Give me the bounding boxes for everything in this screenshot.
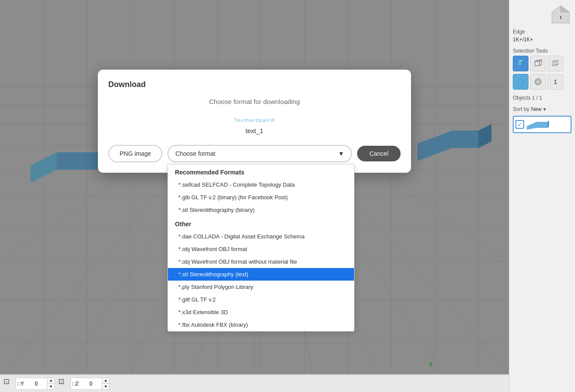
object-checkbox[interactable]: ✓ <box>515 120 524 129</box>
selection-tools-label: Selection Tools <box>513 48 572 54</box>
3d-viewport[interactable]: Download Choose format for downloading T… <box>0 0 509 392</box>
recommended-header: Recommended Formats <box>168 164 354 178</box>
dropdown-item-obj[interactable]: *.obj Wavefront OBJ format <box>168 243 354 255</box>
outline-cube-tool-button[interactable] <box>530 56 546 71</box>
dialog-actions: PNG image Choose format ▼ Recommended Fo… <box>108 145 401 162</box>
sort-row: Sort by New ▾ <box>513 106 572 112</box>
svg-text:Z: Z <box>60 380 63 384</box>
y-coord-group: Y □Y ▲ ▼ <box>3 378 55 390</box>
selection-tools-section: Selection Tools <box>513 48 572 90</box>
svg-text:Y: Y <box>6 380 8 384</box>
svg-point-55 <box>537 79 539 85</box>
preview-3d-text: Texthardpair® <box>234 117 276 123</box>
y-label: □Y <box>16 381 25 387</box>
chevron-down-icon: ▼ <box>338 150 344 157</box>
y-spinners: ▲ ▼ <box>47 378 54 389</box>
dropdown-item-stl-text[interactable]: *.stl Stereolithography (text) <box>168 268 354 281</box>
format-select-trigger[interactable]: Choose format ▼ <box>167 145 352 162</box>
z-down-spinner[interactable]: ▼ <box>102 384 109 389</box>
objects-count-label: Objects 1 / 1 <box>513 95 572 101</box>
bottom-bar: Y □Y ▲ ▼ Z □Z <box>0 375 509 392</box>
preview-image: Texthardpair® <box>234 116 275 124</box>
object-name-label: text_1 <box>246 127 264 134</box>
y-down-spinner[interactable]: ▼ <box>47 384 54 389</box>
svg-point-52 <box>518 79 524 85</box>
y-coord-input-wrap: □Y ▲ ▼ <box>16 378 55 390</box>
right-panel: ⬆ Edge 1K+/1K+ Selection Tools <box>509 0 575 392</box>
sort-by-label: Sort by <box>513 106 529 112</box>
svg-point-54 <box>535 80 541 83</box>
number-one-tool-button[interactable]: 1 <box>548 74 563 90</box>
y-up-spinner[interactable]: ▲ <box>47 378 54 384</box>
other-header: Other <box>168 216 354 230</box>
svg-rect-43 <box>535 61 539 66</box>
z-label: □Z <box>71 381 80 387</box>
dropdown-item-stl-binary[interactable]: *.stl Stereolithography (binary) <box>168 204 354 216</box>
dropdown-item-dae[interactable]: *.dae COLLADA - Digital Asset Exchange S… <box>168 230 354 243</box>
cancel-button[interactable]: Cancel <box>357 146 401 161</box>
sort-value: New <box>531 106 542 112</box>
wireframe-cube-tool-button[interactable] <box>548 56 563 71</box>
y-input[interactable] <box>25 378 47 389</box>
nav-arrow-area: ⬆ <box>513 3 572 25</box>
sphere-dots-tool-button[interactable] <box>530 74 546 90</box>
dropdown-item-x3d[interactable]: *.x3d Extensible 3D <box>168 306 354 318</box>
solid-cube-tool-button[interactable] <box>513 56 528 71</box>
object-list-item[interactable]: ✓ <box>513 116 572 133</box>
z-coord-input-wrap: □Z ▲ ▼ <box>70 378 110 390</box>
dialog-title: Download <box>108 80 401 89</box>
dialog-overlay: Download Choose format for downloading T… <box>0 0 509 374</box>
download-dialog: Download Choose format for downloading T… <box>98 70 411 173</box>
format-dropdown-menu: Recommended Formats *.selfcad SELFCAD - … <box>167 164 354 332</box>
sort-chevron-icon: ▾ <box>543 106 546 112</box>
dropdown-item-gltf[interactable]: *.gltf GL TF v.2 <box>168 293 354 306</box>
dropdown-item-fbx[interactable]: *.fbx Autodesk FBX (binary) <box>168 318 354 331</box>
object-thumbnail <box>526 118 550 131</box>
z-coord-icon: Z <box>58 379 69 389</box>
svg-point-53 <box>535 79 541 85</box>
z-spinners: ▲ ▼ <box>102 378 109 389</box>
z-up-spinner[interactable]: ▲ <box>102 378 109 384</box>
format-select-wrapper: Choose format ▼ Recommended Formats *.se… <box>167 145 352 162</box>
png-image-button[interactable]: PNG image <box>108 145 162 162</box>
z-coord-group: Z □Z ▲ ▼ <box>58 378 110 390</box>
z-input[interactable] <box>80 378 102 389</box>
dropdown-item-glb[interactable]: *.glb GL TF v.2 (binary) (for Facebook P… <box>168 191 354 204</box>
svg-rect-40 <box>518 61 522 66</box>
nav-cube-icon[interactable]: ⬆ <box>550 3 572 25</box>
edge-value: 1K+/1K+ <box>513 37 572 43</box>
dropdown-item-ply[interactable]: *.ply Stanford Polygon Library <box>168 281 354 293</box>
object-preview: Texthardpair® text_1 <box>108 116 401 134</box>
dropdown-item-selfcad[interactable]: *.selfcad SELFCAD - Complete Topology Da… <box>168 178 354 191</box>
svg-text:⬆: ⬆ <box>559 15 562 20</box>
y-axis-indicator: Y <box>429 361 433 368</box>
edge-label: Edge <box>513 29 572 35</box>
y-coord-icon: Y <box>3 379 14 389</box>
objects-count-section: Objects 1 / 1 <box>513 95 572 101</box>
selection-tool-icons-row2: 1 <box>513 74 572 90</box>
selection-tool-icons-row1 <box>513 56 572 71</box>
dropdown-item-obj-no-mat[interactable]: *.obj Wavefront OBJ format without mater… <box>168 255 354 268</box>
sphere-solid-tool-button[interactable] <box>513 74 528 90</box>
edge-section: Edge 1K+/1K+ <box>513 29 572 43</box>
format-placeholder-text: Choose format <box>175 150 215 157</box>
svg-marker-38 <box>561 6 569 12</box>
dialog-subtitle: Choose format for downloading <box>108 98 401 105</box>
svg-marker-45 <box>535 60 542 61</box>
